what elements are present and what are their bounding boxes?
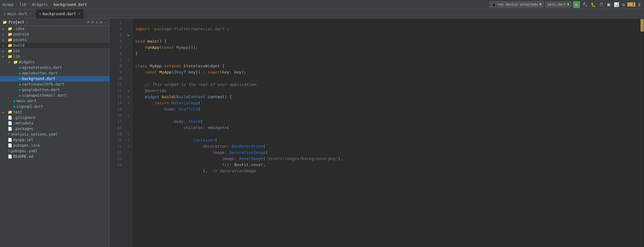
sidebar-item-myapp-iml[interactable]: 📄 myapp.iml [0, 137, 109, 143]
dart-file-icon: ◈ [4, 12, 6, 16]
code-editor[interactable]: 1 2 3 4 5 6 7 8 9 10 11 12 13 14 15 16 1… [109, 19, 644, 247]
sidebar-item-ios[interactable]: ▶ 📁 ios [0, 48, 109, 54]
arrow-build: ▶ [2, 44, 7, 47]
sort-icon[interactable]: ↕ [96, 20, 98, 24]
gutter-13-fold[interactable]: ▽ [124, 94, 133, 100]
line-4: runApp(const MyApp()); [135, 45, 198, 50]
sidebar-item-analysis-options[interactable]: Y analysis_options.yaml [0, 132, 109, 137]
arrow-test: ▶ [2, 111, 7, 114]
build-icon[interactable]: 🔨 [582, 2, 588, 8]
gutter-21-fold[interactable]: ▽ [124, 143, 133, 149]
tab-close-background[interactable]: ✕ [78, 12, 80, 15]
sidebar-item-packages[interactable]: 📄 .packages [0, 126, 109, 132]
line-23: fit: BoxFit.cover, [135, 162, 266, 167]
breadcrumb-myapp[interactable]: myapp [2, 2, 14, 7]
arrow-widgets: ▼ [8, 61, 12, 64]
icon-myapp-iml: 📄 [8, 138, 12, 142]
line-13: return MaterialApp( [135, 101, 200, 105]
sidebar-item-continuewithfb[interactable]: ◈ continuewithfb.dart [0, 82, 109, 87]
coverage-icon[interactable]: 📊 [613, 2, 620, 8]
sidebar-item-gitignore[interactable]: 📄 .gitignore [0, 115, 109, 120]
sidebar: 📁 Project ▼ ⊕ ≡ ↕ ⚙ — ▶ 📁 .idea ▶ 📁 [0, 19, 109, 247]
breadcrumb-file[interactable]: background.dart [54, 2, 87, 7]
sidebar-item-idea[interactable]: ▶ 📁 .idea [0, 26, 109, 31]
folder-idea-icon: 📁 [8, 27, 12, 31]
add-icon[interactable]: ⊕ [87, 20, 90, 24]
settings-icon-sidebar[interactable]: ⚙ [100, 20, 102, 24]
sidebar-label-widgets: Widgets [19, 60, 35, 64]
dart-icon-main: ◈ [13, 99, 15, 103]
chevron-down-icon2: ▼ [567, 2, 569, 6]
sidebar-item-test[interactable]: ▶ 📁 test [0, 109, 109, 115]
sidebar-item-background[interactable]: ◈ background.dart [0, 76, 109, 82]
sidebar-item-signup1[interactable]: ◈ signup1.dart [0, 104, 109, 109]
line-21: image: DecorationImage( [135, 150, 268, 155]
warning-badge[interactable]: ⚠ 3 [627, 2, 635, 6]
sidebar-label-idea: .idea [13, 27, 24, 31]
gutter-3-run[interactable]: ▶ [124, 32, 133, 38]
run-file-label: main.dart [548, 2, 566, 6]
gutter-20-fold[interactable]: ▽ [124, 137, 133, 143]
tab-close-main[interactable]: ✕ [30, 12, 31, 15]
sidebar-item-pubspec-yaml[interactable]: Y pubspec.yaml [0, 148, 109, 154]
collapse-icon[interactable]: ≡ [92, 20, 94, 24]
sidebar-label-main: main.dart [16, 99, 36, 103]
sidebar-label-build: build [13, 43, 24, 48]
run-file-selector[interactable]: main.dart ▼ [545, 2, 571, 7]
gutter-19-fold[interactable]: ▽ [124, 131, 133, 137]
main-layout: 📁 Project ▼ ⊕ ≡ ↕ ⚙ — ▶ 📁 .idea ▶ 📁 [0, 19, 644, 247]
gutter-14-fold[interactable]: ▽ [124, 100, 133, 106]
gutter-22 [124, 149, 133, 156]
dart-icon-background: ◈ [19, 77, 21, 81]
sidebar-label-lib: lib [13, 54, 20, 59]
icon-readme: 📄 [8, 154, 12, 159]
tab-label-main: main.dart [7, 12, 27, 16]
sidebar-item-main[interactable]: ◈ main.dart [0, 98, 109, 104]
profile-icon[interactable]: ⏱ [598, 2, 604, 8]
gutter-16-fold[interactable]: ▽ [124, 112, 133, 119]
line-17: children: <Widget>[ [135, 125, 229, 130]
line-24: ), // DecorationImage [135, 169, 256, 173]
sidebar-item-android[interactable]: ▶ 📁 android [0, 31, 109, 37]
sidebar-item-widgets[interactable]: ▼ 📁 Widgets [0, 59, 109, 65]
tab-bar: ◈ main.dart ✕ ◈ background.dart ✕ [0, 9, 644, 19]
breadcrumb-widgets[interactable]: Widgets [32, 2, 48, 7]
tab-main-dart[interactable]: ◈ main.dart ✕ [0, 9, 35, 19]
code-content[interactable]: import 'package:flutter/material.dart'; … [133, 19, 640, 247]
run-button[interactable]: ▶ [573, 1, 580, 8]
gutter-15 [124, 106, 133, 112]
sidebar-item-metadata[interactable]: 📄 .metadata [0, 120, 109, 126]
debug-icon[interactable]: 🐛 [590, 2, 597, 8]
gutter-24 [124, 162, 133, 168]
sidebar-label-readme: README.md [13, 154, 33, 159]
sidebar-item-applebutton[interactable]: ◈ applebutton.dart [0, 70, 109, 76]
dart-icon-agreetotandcs: ◈ [19, 65, 21, 70]
line-10: // This widget is the root of your appli… [135, 82, 258, 87]
line-5: } [135, 51, 138, 56]
sidebar-tree: ▶ 📁 .idea ▶ 📁 android ▶ 📁 assets ▶ 📁 bui… [0, 26, 109, 247]
gutter-4 [124, 38, 133, 44]
sidebar-item-assets[interactable]: ▶ 📁 assets [0, 37, 109, 43]
breadcrumb-lib[interactable]: lib [19, 2, 26, 7]
gutter-7-fold[interactable]: ▽ [124, 57, 133, 63]
gutter-12-warning[interactable]: ⚠ [124, 88, 133, 94]
line-22: image: AssetImage('assets/images/backgro… [135, 156, 343, 161]
sidebar-item-pubspec-lock[interactable]: 📄 pubspec.lock [0, 143, 109, 148]
sidebar-item-agreetotandcs[interactable]: ◈ agreetotandcs.dart [0, 65, 109, 70]
arrow-assets: ▶ [2, 38, 7, 42]
line-14: home: Scaffold( [135, 107, 200, 111]
sidebar-label-pubspec-lock: pubspec.lock [13, 143, 40, 148]
sidebar-item-lib[interactable]: ▼ 📁 lib [0, 54, 109, 59]
sidebar-item-build[interactable]: ▶ 📁 build [0, 43, 109, 48]
arrow-lib: ▼ [2, 55, 7, 58]
expand-icon[interactable]: ⊻ [637, 2, 642, 8]
settings-icon[interactable]: ⚙ [622, 2, 625, 8]
stop-icon[interactable]: ⏹ [606, 2, 611, 8]
device-selector[interactable]: 📱 <no device selected> ▼ [490, 2, 544, 7]
sidebar-item-readme[interactable]: 📄 README.md [0, 154, 109, 159]
minimize-icon[interactable]: — [104, 20, 107, 24]
warning-stripe-1 [641, 19, 644, 31]
tab-background-dart[interactable]: ◈ background.dart ✕ [35, 9, 84, 19]
sidebar-item-googlebutton[interactable]: ◈ googlebutton.dart [0, 87, 109, 93]
sidebar-item-signupwithemail[interactable]: ◈ signupwithemail.dart [0, 93, 109, 98]
